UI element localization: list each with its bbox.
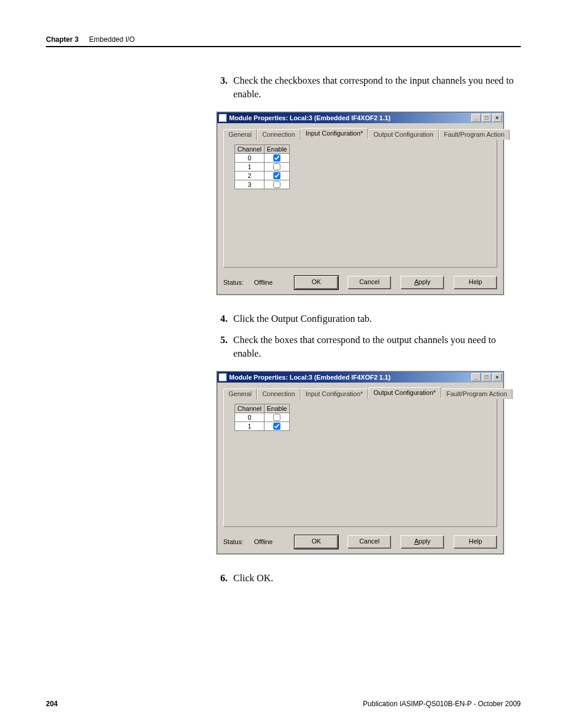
col-channel: Channel [235,404,265,413]
step-number-5: 5. [220,334,233,361]
tab-fault-program-action[interactable]: Fault/Program Action [441,388,513,399]
step-text-3: Check the checkboxes that correspond to … [233,74,521,101]
minimize-button[interactable]: _ [471,114,481,122]
channel-cell: 0 [235,153,265,162]
channel-cell: 3 [235,180,265,189]
status-value: Offline [254,279,273,286]
channel-cell: 0 [235,413,265,421]
input-channel-table: Channel Enable 0 1 2 [234,144,290,189]
table-row: 0 [235,153,290,162]
tab-fault-program-action[interactable]: Fault/Program Action [439,129,510,140]
header-rule [46,46,521,47]
close-button[interactable]: × [492,373,502,381]
minimize-button[interactable]: _ [471,373,481,381]
enable-checkbox-0[interactable] [273,414,280,421]
help-button[interactable]: Help [454,276,497,289]
enable-checkbox-1[interactable] [273,163,280,170]
ok-button[interactable]: OK [295,535,338,549]
apply-button[interactable]: Apply [401,276,444,289]
page-number: 204 [46,700,58,708]
maximize-button[interactable]: □ [482,114,491,122]
enable-checkbox-0[interactable] [273,154,280,162]
status-value: Offline [254,538,273,545]
window-title: Module Properties: Local:3 (Embedded IF4… [229,114,471,121]
maximize-button[interactable]: □ [482,373,491,381]
output-channel-table: Channel Enable 0 1 [234,404,290,431]
chapter-label: Chapter 3 [46,35,78,44]
tab-input-configuration[interactable]: Input Configuration* [300,388,368,399]
enable-checkbox-2[interactable] [273,172,280,179]
publication-info: Publication IASIMP-QS010B-EN-P - October… [363,700,521,708]
tab-general[interactable]: General [223,129,257,140]
tab-output-configuration[interactable]: Output Configuration* [368,387,441,398]
table-row: 0 [235,413,290,421]
apply-button[interactable]: Apply [401,535,444,549]
step-text-5: Check the boxes that correspond to the o… [233,334,521,361]
cancel-button[interactable]: Cancel [348,276,391,289]
tab-input-configuration[interactable]: Input Configuration* [300,128,368,139]
window-icon [219,114,227,122]
col-enable: Enable [264,144,289,153]
step-number-3: 3. [220,74,233,101]
enable-checkbox-3[interactable] [273,181,280,188]
table-row: 1 [235,421,290,430]
col-channel: Channel [235,144,265,153]
step-text-4: Click the Output Configuration tab. [233,312,521,326]
status-label: Status: [223,279,243,286]
close-button[interactable]: × [492,114,502,122]
step-text-6: Click OK. [233,572,521,585]
tab-connection[interactable]: Connection [257,388,300,399]
table-row: 2 [235,171,290,180]
tab-connection[interactable]: Connection [257,129,300,140]
window-icon [219,373,227,381]
col-enable: Enable [264,404,289,413]
window-title: Module Properties: Local:3 (Embedded IF4… [229,374,471,381]
module-properties-dialog-output: Module Properties: Local:3 (Embedded IF4… [217,371,504,554]
step-number-6: 6. [220,572,233,585]
status-label: Status: [223,538,243,545]
enable-checkbox-1[interactable] [273,423,280,430]
table-row: 1 [235,162,290,171]
table-row: 3 [235,180,290,189]
channel-cell: 1 [235,162,265,171]
module-properties-dialog-input: Module Properties: Local:3 (Embedded IF4… [217,112,504,295]
channel-cell: 2 [235,171,265,180]
tab-general[interactable]: General [223,388,257,399]
channel-cell: 1 [235,421,265,430]
tab-output-configuration[interactable]: Output Configuration [368,129,439,140]
ok-button[interactable]: OK [295,276,338,289]
cancel-button[interactable]: Cancel [348,535,391,549]
section-label: Embedded I/O [89,35,134,44]
help-button[interactable]: Help [454,535,497,549]
step-number-4: 4. [220,312,233,326]
